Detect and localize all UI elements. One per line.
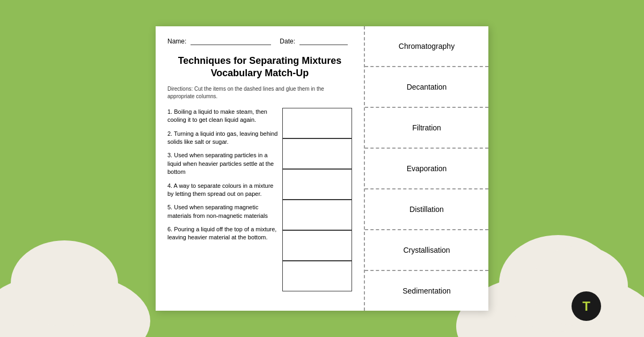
title-line2: Vocabulary Match-Up (167, 67, 352, 79)
directions-text: Directions: Cut the items on the dashed … (167, 85, 352, 100)
vocab-term: Crystallisation (365, 230, 488, 271)
definition-item: 4. A way to separate colours in a mixtur… (167, 182, 282, 199)
cloud-decoration-left (0, 273, 150, 337)
worksheet-title: Techniques for Separating Mixtures Vocab… (167, 55, 352, 80)
vocab-term: Filtration (365, 108, 488, 149)
answer-box (282, 200, 352, 230)
definition-item: 6. Pouring a liquid off the top of a mix… (167, 225, 282, 242)
answer-box (282, 261, 352, 291)
vocab-term: Evaporation (365, 149, 488, 189)
definition-item: 3. Used when separating particles in a l… (167, 151, 282, 176)
vocab-term: Decantation (365, 67, 488, 108)
logo-circle: T (572, 291, 601, 321)
title-line1: Techniques for Separating Mixtures (167, 55, 352, 67)
answer-box (282, 108, 352, 138)
vocab-term: Sedimentation (365, 271, 488, 311)
definition-item: 2. Turning a liquid into gas, leaving be… (167, 130, 282, 146)
name-label: Name: (167, 38, 186, 45)
date-label: Date: (280, 38, 295, 45)
name-date-row: Name: Date: (167, 37, 352, 45)
definitions-list: 1. Boiling a liquid to make steam, then … (167, 108, 282, 291)
vocab-term: Distillation (365, 189, 488, 230)
date-line (299, 37, 348, 45)
answer-box (282, 169, 352, 200)
definition-item: 5. Used when separating magnetic materia… (167, 203, 282, 220)
answer-boxes (282, 108, 352, 291)
answer-box (282, 138, 352, 169)
worksheet: Name: Date: Techniques for Separating Mi… (156, 26, 488, 311)
right-panel: ChromatographyDecantationFiltrationEvapo… (365, 26, 488, 311)
definition-item: 1. Boiling a liquid to make steam, then … (167, 108, 282, 124)
name-line (191, 37, 271, 45)
answer-box (282, 230, 352, 261)
left-panel: Name: Date: Techniques for Separating Mi… (156, 26, 365, 311)
vocab-term: Chromatography (365, 26, 488, 67)
definitions-area: 1. Boiling a liquid to make steam, then … (167, 108, 352, 291)
logo-symbol: T (582, 299, 590, 314)
